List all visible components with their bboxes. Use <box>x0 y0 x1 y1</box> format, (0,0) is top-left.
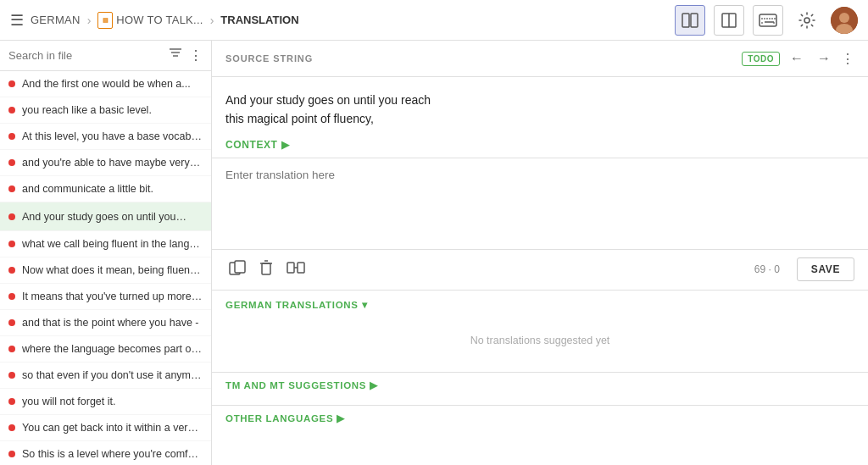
delete-button[interactable] <box>256 257 276 283</box>
more-options-icon[interactable]: ⋮ <box>189 47 203 64</box>
item-status-dot <box>8 241 15 247</box>
list-item[interactable]: and you're able to have maybe very si... <box>0 150 211 176</box>
keyboard-icon <box>759 14 777 27</box>
sidebar: ⋮ And the first one would be when a... y… <box>0 41 212 465</box>
svg-point-16 <box>839 13 849 23</box>
item-text: So this is a level where you're comfort.… <box>22 448 203 460</box>
breadcrumb-file[interactable]: ▤ HOW TO TALK... <box>97 12 203 29</box>
item-status-dot <box>8 372 15 379</box>
list-item[interactable]: you reach like a basic level. <box>0 97 211 124</box>
svg-rect-4 <box>760 14 776 26</box>
item-text: and communicate a little bit. <box>22 183 203 195</box>
nav-next-button[interactable]: → <box>814 49 834 68</box>
german-translations-section: GERMAN TRANSLATIONS ▾ No translations su… <box>212 291 868 373</box>
breadcrumb-sep-1: › <box>87 14 92 27</box>
context-link[interactable]: CONTEXT ▶ <box>225 139 854 151</box>
list-item[interactable]: and that is the point where you have - <box>0 310 211 336</box>
item-text: where the language becomes part of y... <box>22 343 203 355</box>
no-suggestions-text: No translations suggested yet <box>225 318 854 363</box>
save-button[interactable]: SAVE <box>797 257 854 281</box>
svg-rect-1 <box>691 14 698 27</box>
list-item[interactable]: what we call being fluent in the langua.… <box>0 231 211 257</box>
list-item[interactable]: so that even if you don't use it anymor.… <box>0 363 211 389</box>
nav-prev-button[interactable]: ← <box>787 49 807 68</box>
item-text: And the first one would be when a... <box>22 78 203 90</box>
translation-toolbar: 69 · 0 SAVE <box>212 250 868 291</box>
list-item[interactable]: Now what does it mean, being fluent i... <box>0 257 211 284</box>
item-status-dot <box>8 346 15 352</box>
item-text: you reach like a basic level. <box>22 104 203 116</box>
list-item[interactable]: So this is a level where you're comfort.… <box>0 441 211 465</box>
split-button[interactable] <box>283 257 309 283</box>
translation-input[interactable] <box>225 169 854 236</box>
source-content: And your study goes on until you reach t… <box>212 77 868 158</box>
delete-icon <box>259 260 273 275</box>
avatar-image <box>831 7 858 34</box>
topbar: ☰ GERMAN › ▤ HOW TO TALK... › TRANSLATIO… <box>0 0 868 41</box>
svg-rect-26 <box>287 263 294 273</box>
settings-icon <box>798 12 815 29</box>
breadcrumb-file-name[interactable]: HOW TO TALK... <box>116 14 203 26</box>
filter-icon[interactable] <box>169 47 182 64</box>
breadcrumb-german[interactable]: GERMAN <box>31 14 81 26</box>
list-item[interactable]: At this level, you have a base vocabula.… <box>0 124 211 150</box>
sidebar-list: And the first one would be when a... you… <box>0 71 211 465</box>
source-header: SOURCE STRING TODO ← → ⋮ <box>212 41 868 77</box>
item-status-dot <box>8 267 15 274</box>
svg-rect-24 <box>262 263 270 274</box>
list-item[interactable]: where the language becomes part of y... <box>0 336 211 363</box>
german-translations-arrow-icon: ▾ <box>362 299 368 311</box>
list-item[interactable]: And your study goes on until you reac...… <box>0 202 211 231</box>
item-status-dot <box>8 319 15 326</box>
list-item[interactable]: It means that you've turned up more t... <box>0 284 211 310</box>
keyboard-button[interactable] <box>753 5 783 36</box>
list-item[interactable]: and communicate a little bit. <box>0 176 211 202</box>
layout1-button[interactable] <box>675 5 705 36</box>
layout2-button[interactable] <box>714 5 744 36</box>
copy-source-icon <box>229 260 246 275</box>
layout2-icon <box>721 13 737 28</box>
german-translations-label: GERMAN TRANSLATIONS <box>225 300 359 310</box>
translation-area <box>212 158 868 250</box>
other-languages-section: OTHER LANGUAGES ▶ <box>212 406 868 438</box>
item-status-dot <box>8 451 15 457</box>
other-languages-label: OTHER LANGUAGES <box>225 413 333 423</box>
context-arrow-icon: ▶ <box>281 139 290 151</box>
item-status-dot <box>8 80 15 87</box>
tm-mt-label: TM AND MT SUGGESTIONS <box>225 380 366 390</box>
sidebar-search-bar: ⋮ <box>0 41 211 71</box>
item-status-dot <box>8 424 15 431</box>
context-label: CONTEXT <box>225 139 278 151</box>
item-status-dot <box>8 213 15 220</box>
svg-rect-27 <box>298 263 304 273</box>
item-text: you will not forget it. <box>22 396 203 407</box>
list-item[interactable]: you will not forget it. <box>0 389 211 415</box>
avatar[interactable] <box>831 7 858 34</box>
item-text: And your study goes on until you reac... <box>22 211 187 223</box>
tm-mt-section: TM AND MT SUGGESTIONS ▶ <box>212 373 868 406</box>
list-item[interactable]: And the first one would be when a... <box>0 71 211 97</box>
settings-button[interactable] <box>792 5 822 36</box>
other-languages-header[interactable]: OTHER LANGUAGES ▶ <box>225 412 854 424</box>
svg-point-14 <box>804 18 810 23</box>
menu-icon[interactable]: ☰ <box>10 11 24 30</box>
layout1-icon <box>682 13 698 28</box>
item-text: Now what does it mean, being fluent i... <box>22 264 203 276</box>
search-input[interactable] <box>8 49 162 62</box>
source-more-button[interactable]: ⋮ <box>841 51 854 67</box>
item-status-dot <box>8 159 15 166</box>
breadcrumb-sep-2: › <box>210 14 214 27</box>
item-text: It means that you've turned up more t... <box>22 291 203 302</box>
todo-badge[interactable]: TODO <box>742 52 780 66</box>
char-count: 69 · 0 <box>754 263 780 275</box>
tm-mt-header[interactable]: TM AND MT SUGGESTIONS ▶ <box>225 379 854 391</box>
source-text: And your study goes on until you reach t… <box>225 91 854 129</box>
list-item[interactable]: You can get back into it within a very, … <box>0 415 211 441</box>
tm-mt-arrow-icon: ▶ <box>370 379 378 391</box>
svg-rect-0 <box>682 14 689 27</box>
other-languages-arrow-icon: ▶ <box>337 412 345 424</box>
german-translations-header[interactable]: GERMAN TRANSLATIONS ▾ <box>225 299 854 311</box>
item-text: and that is the point where you have - <box>22 317 203 329</box>
copy-source-button[interactable] <box>225 257 249 283</box>
svg-rect-22 <box>235 261 245 273</box>
